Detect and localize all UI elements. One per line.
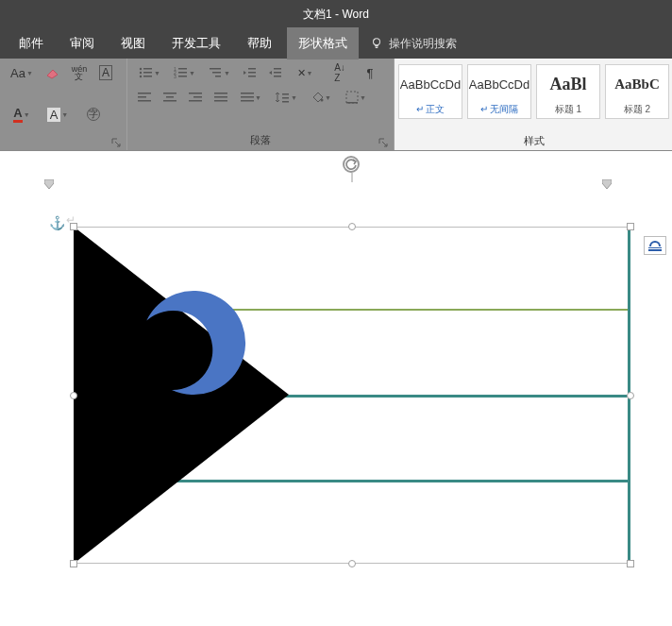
svg-text:3: 3 [174,74,176,79]
search-placeholder: 操作说明搜索 [389,36,457,52]
svg-point-3 [140,72,142,74]
styles-group: AaBbCcDd ↵ 正文 AaBbCcDd ↵ 无间隔 AaBl 标题 1 A… [395,59,672,150]
font-dialog-launcher[interactable] [111,138,121,147]
svg-rect-37 [282,93,289,95]
align-left-icon [138,92,151,103]
svg-point-0 [374,39,380,45]
numbering-button[interactable]: 123▼ [168,62,200,83]
justify-button[interactable] [210,87,232,108]
styles-group-label: 样式 [395,132,672,150]
sort-button[interactable]: A↓Z [324,62,356,83]
distribute-button[interactable]: ▼ [235,87,267,108]
align-left-button[interactable] [133,87,156,108]
font-color-button[interactable]: A▼ [6,104,38,125]
svg-rect-4 [143,72,152,74]
layout-options-button[interactable] [644,236,666,255]
svg-rect-29 [193,96,202,98]
tab-devtools[interactable]: 开发工具 [160,27,232,59]
tab-help[interactable]: 帮助 [236,27,283,59]
svg-rect-30 [189,100,202,102]
svg-rect-33 [214,100,227,102]
svg-rect-39 [282,101,289,103]
style-heading-2[interactable]: AaBbC 标题 2 [605,64,669,119]
svg-rect-14 [212,72,221,74]
distribute-icon [241,92,254,103]
document-title: 文档1 - Word [303,7,369,23]
ruler-left-indent[interactable] [44,179,54,191]
bullets-button[interactable]: ▼ [133,62,165,83]
tab-review[interactable]: 审阅 [59,27,106,59]
anchor-icon: ⚓ [49,215,65,230]
style-normal[interactable]: AaBbCcDd ↵ 正文 [398,64,462,119]
style-heading-1[interactable]: AaBl 标题 1 [536,64,600,119]
lightbulb-icon [370,37,383,50]
paragraph-group-label: 段落 [133,131,388,149]
paragraph-dialog-launcher[interactable] [378,138,388,147]
layout-arc-icon [649,241,661,246]
handle-bl[interactable] [70,560,77,567]
handle-tr[interactable] [627,223,634,230]
change-case-button[interactable]: Aa▼ [6,62,38,83]
multilevel-icon [208,66,223,79]
font-group-label [6,145,121,149]
handle-mr[interactable] [627,392,634,399]
svg-rect-41 [346,92,358,103]
tab-mail[interactable]: 邮件 [8,27,55,59]
handle-tl[interactable] [70,223,77,230]
tab-shape-format[interactable]: 形状格式 [287,27,359,59]
tell-me-search[interactable]: 操作说明搜索 [370,36,457,52]
svg-rect-12 [178,76,187,77]
char-shading-button[interactable]: A▼ [42,104,74,125]
indent-icon [267,66,282,79]
svg-rect-13 [210,68,221,70]
title-bar: 文档1 - Word [0,0,672,28]
svg-rect-20 [274,72,281,74]
align-center-icon [163,92,176,103]
svg-rect-15 [215,76,221,77]
flag-shape[interactable] [74,227,630,564]
shading-button[interactable]: ▼ [305,87,337,108]
eraser-icon [45,66,60,79]
phonetic-guide-button[interactable]: wén文 [68,62,91,83]
svg-rect-25 [163,93,176,94]
paragraph-group: ▼ 123▼ ▼ ✕▼ A↓Z ¶ ▼ ▼ ▼ ▼ 段落 [127,59,395,150]
svg-rect-19 [274,68,281,70]
numbering-icon: 123 [173,66,188,79]
document-canvas[interactable]: ⚓ ↵ [0,151,672,626]
handle-tm[interactable] [348,223,356,230]
align-center-button[interactable] [159,87,181,108]
handle-bm[interactable] [348,560,356,567]
rotate-handle[interactable] [343,156,360,173]
svg-rect-42 [346,102,358,104]
svg-rect-38 [282,97,289,99]
handle-br[interactable] [627,560,634,567]
tab-view[interactable]: 视图 [109,27,157,59]
svg-rect-2 [143,68,152,70]
multilevel-list-button[interactable]: ▼ [203,62,235,83]
svg-rect-18 [248,76,256,77]
character-border-button[interactable]: A [94,62,117,83]
increase-indent-button[interactable] [263,62,286,83]
svg-rect-21 [274,76,281,77]
handle-ml[interactable] [70,392,77,399]
style-no-spacing[interactable]: AaBbCcDd ↵ 无间隔 [467,64,531,119]
align-right-button[interactable] [184,87,207,108]
ruler-right-indent[interactable] [602,179,612,191]
svg-rect-35 [241,96,254,98]
rotate-icon [344,158,358,171]
show-marks-button[interactable]: ¶ [359,62,381,83]
menu-bar: 邮件 审阅 视图 开发工具 帮助 形状格式 操作说明搜索 [0,28,672,59]
decrease-indent-button[interactable] [238,62,260,83]
svg-rect-36 [241,100,254,102]
svg-rect-23 [138,96,146,98]
borders-button[interactable]: ▼ [340,87,372,108]
asian-layout-button[interactable]: ✕▼ [289,62,321,83]
enclose-char-button[interactable]: 字 [77,104,109,125]
line-spacing-button[interactable]: ▼ [270,87,302,108]
svg-point-1 [140,68,142,70]
font-group: Aa▼ wén文 A A▼ A▼ 字 [0,59,127,150]
svg-rect-24 [138,100,151,102]
svg-rect-32 [214,96,227,98]
svg-rect-6 [143,76,152,77]
clear-formatting-button[interactable] [42,62,64,83]
